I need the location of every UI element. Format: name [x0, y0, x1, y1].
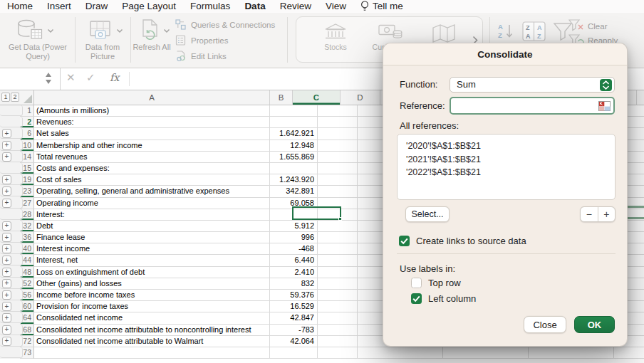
cell-label[interactable]: Membership and other income [34, 140, 270, 152]
cell-d[interactable] [318, 325, 358, 336]
cell-b[interactable] [0, 105, 23, 116]
outline-level-1-button[interactable]: 1 [1, 93, 10, 102]
column-header-b[interactable]: B [270, 90, 293, 105]
close-button[interactable]: Close [524, 316, 566, 333]
menu-item-draw[interactable]: Draw [85, 0, 108, 13]
menu-item-insert[interactable]: Insert [47, 0, 71, 13]
cell-d[interactable] [318, 243, 358, 255]
reference-list-item[interactable]: '2020'!$A$1:$B$21 [406, 140, 615, 153]
cell-b[interactable] [0, 117, 23, 127]
cell-value[interactable]: 42.064 [270, 336, 318, 347]
cell-label[interactable]: Costs and expenses: [34, 163, 270, 174]
column-header-a[interactable]: A [34, 90, 270, 105]
custom-sort-icon[interactable]: Z A A Z [522, 21, 546, 42]
cell-b[interactable] [0, 198, 23, 209]
menu-item-home[interactable]: Home [7, 0, 33, 13]
cell-value[interactable]: 1.243.920 [270, 174, 318, 186]
cell-d[interactable] [318, 163, 358, 174]
cell-d[interactable] [318, 140, 358, 152]
cell-label[interactable]: Cost of sales [34, 174, 270, 186]
menu-item-page-layout[interactable]: Page Layout [122, 0, 176, 13]
reference-list-item[interactable]: '2021'!$A$1:$B$21 [406, 153, 615, 167]
cell-d[interactable] [318, 128, 358, 140]
cell-d[interactable] [318, 152, 358, 163]
top-row-checkbox[interactable] [411, 278, 422, 288]
cell-d[interactable] [318, 312, 358, 324]
reference-list-item[interactable]: '2022'!$A$1:$B$21 [406, 166, 615, 179]
stocks-data-type[interactable]: Stocks [319, 23, 352, 51]
queries-connections-button[interactable]: Queries & Connections [175, 19, 275, 30]
cell-b[interactable] [0, 174, 23, 185]
select-button[interactable]: Select... [405, 206, 450, 222]
cell-value[interactable] [270, 105, 318, 117]
insert-function-icon[interactable]: fx [110, 72, 120, 83]
cell-label[interactable]: Provision for income taxes [34, 301, 270, 312]
cell-d[interactable] [318, 221, 358, 232]
cell-value[interactable]: 6.440 [270, 255, 318, 266]
cell-label[interactable] [34, 347, 270, 359]
cell-b[interactable] [0, 301, 23, 312]
cell-b[interactable] [0, 232, 23, 243]
cell-d[interactable] [318, 290, 358, 301]
cell-label[interactable]: Total revenues [34, 152, 270, 163]
cell-label[interactable]: Interest, net [34, 255, 270, 266]
cell-label[interactable]: Operating income [34, 198, 270, 209]
name-box-stepper-up[interactable] [46, 73, 51, 77]
cancel-entry-icon[interactable]: ✕ [66, 71, 76, 84]
cell-value[interactable]: 5.912 [270, 221, 318, 232]
cell-label[interactable]: Consolidated net income [34, 312, 270, 324]
menu-item-formulas[interactable]: Formulas [190, 0, 230, 13]
add-reference-button[interactable]: + [598, 207, 616, 221]
menu-item-data[interactable]: Data [244, 0, 265, 13]
menu-item-review[interactable]: Review [280, 0, 311, 13]
cell-d[interactable] [318, 347, 358, 359]
cell-label[interactable]: Consolidated net income attributable to … [34, 336, 270, 347]
column-header-h[interactable] [637, 90, 644, 105]
cell-label[interactable]: Loss on extinguishment of debt [34, 267, 270, 278]
ok-button[interactable]: OK [574, 316, 615, 333]
cell-b[interactable] [0, 290, 23, 300]
cell-d[interactable] [318, 186, 358, 197]
cell-label[interactable]: Finance lease [34, 232, 270, 243]
cell-b[interactable] [0, 347, 23, 358]
left-column-checkbox[interactable] [411, 293, 422, 304]
cell-d[interactable] [318, 255, 358, 266]
menu-item-tell-me[interactable]: Tell me [360, 0, 403, 13]
fill-handle[interactable] [338, 217, 342, 221]
cell-d[interactable] [318, 117, 358, 128]
reference-input[interactable] [450, 97, 615, 115]
cell-b[interactable] [0, 267, 23, 278]
cell-b[interactable] [0, 312, 23, 323]
cell-b[interactable] [0, 221, 23, 231]
cell-b[interactable] [0, 255, 23, 265]
name-box-stepper-down[interactable] [46, 80, 51, 84]
cell-b[interactable] [0, 128, 23, 139]
cell-value[interactable]: 2.410 [270, 267, 318, 278]
properties-button[interactable]: Properties [175, 35, 228, 46]
column-header-c[interactable]: C [293, 90, 341, 105]
selected-cell-outline[interactable] [292, 206, 341, 220]
cell-value[interactable]: 832 [270, 278, 318, 290]
column-header-d[interactable]: D [341, 90, 380, 105]
cell-b[interactable] [0, 209, 23, 220]
cell-value[interactable]: 996 [270, 232, 318, 243]
cell-value[interactable]: 1.655.869 [270, 152, 318, 163]
sort-az-icon[interactable]: A Z [497, 21, 516, 41]
cell-label[interactable]: Revenues: [34, 117, 270, 128]
cell-label[interactable]: Operating, selling, general and administ… [34, 186, 270, 197]
name-box[interactable] [0, 68, 61, 90]
cell-b[interactable] [0, 163, 23, 174]
remove-reference-button[interactable]: − [581, 207, 598, 221]
cell-d[interactable] [318, 267, 358, 278]
function-dropdown[interactable]: Sum [450, 77, 615, 93]
cell-label[interactable]: Debt [34, 221, 270, 232]
create-links-checkbox[interactable] [399, 236, 410, 246]
geography-data-type[interactable] [427, 23, 460, 45]
outline-level-2-button[interactable]: 2 [11, 93, 19, 102]
cell-label[interactable]: Net sales [34, 128, 270, 140]
cell-b[interactable] [0, 325, 23, 335]
cell-b[interactable] [0, 152, 23, 162]
cell-value[interactable]: 42.847 [270, 312, 318, 324]
cell-d[interactable] [318, 336, 358, 347]
cell-value[interactable] [270, 347, 318, 359]
